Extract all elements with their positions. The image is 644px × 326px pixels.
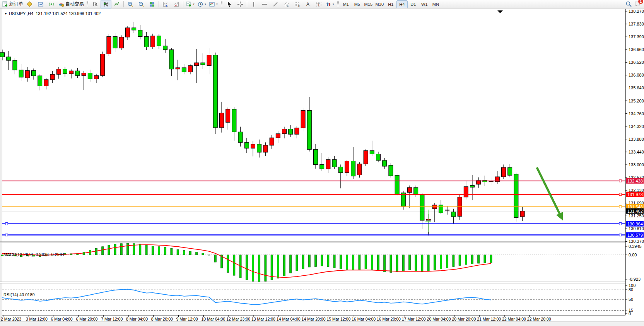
time-tick: 17 Mar 12:00 (402, 317, 426, 321)
price-tick: 133.440 (629, 150, 644, 154)
timeframe-w1-button[interactable]: W1 (419, 0, 430, 8)
search-icon (625, 1, 632, 7)
price-tick: 134.760 (629, 111, 644, 116)
label-icon: T (316, 1, 322, 7)
tile-windows-icon (149, 1, 155, 7)
auto-scroll-icon (162, 1, 169, 7)
new-chart-button[interactable]: ▼ (184, 0, 196, 9)
price-line-label: 130.964 (626, 221, 644, 227)
time-tick: 13 Mar 12:00 (251, 317, 275, 321)
line-chart-button[interactable] (111, 0, 122, 9)
svg-text:130.964: 130.964 (627, 222, 643, 226)
chat-button[interactable]: 1 (634, 1, 641, 7)
main-toolbar: 新订单自动交易▼▼▼EFAT▼M1M5M15M30H1H4D1W1MN1 (0, 0, 644, 9)
chart-shift-button[interactable] (171, 0, 182, 9)
data-signal-button[interactable] (46, 0, 57, 9)
text-icon: A (305, 1, 311, 7)
bar-chart-button[interactable] (90, 0, 101, 9)
toolbar-separator (183, 1, 183, 7)
new-order-button[interactable]: 新订单 (1, 0, 24, 9)
trendline-button[interactable] (270, 0, 281, 9)
chart-shift-icon (173, 1, 179, 7)
crosshair-icon (237, 1, 243, 7)
price-tick: 131.250 (629, 213, 644, 218)
price-line-label: 131.973 (626, 192, 644, 197)
arrows-button[interactable]: ▼ (324, 0, 336, 9)
candlestick-chart-button[interactable] (101, 0, 111, 9)
price-tick: 135.200 (629, 99, 644, 103)
fibonacci-button[interactable]: F (292, 0, 302, 9)
time-tick: 6 Mar 04:00 (51, 317, 73, 321)
market-watch-button[interactable] (24, 0, 35, 9)
timeframe-m30-button[interactable]: M30 (374, 0, 385, 8)
auto-scroll-button[interactable] (160, 0, 171, 9)
navigator-icon (38, 1, 44, 7)
time-tick: 9 Mar 12:00 (176, 317, 198, 321)
time-tick: 10 Mar 04:00 (201, 317, 225, 321)
svg-text:131.402: 131.402 (627, 209, 643, 213)
toolbar-grip (337, 1, 339, 7)
time-tick: 7 Mar 12:00 (101, 317, 123, 321)
auto-trading-label: 自动交易 (65, 1, 84, 7)
crosshair-button[interactable] (235, 0, 246, 9)
horizontal-line-button[interactable] (259, 0, 270, 9)
periods-button[interactable]: ▼ (196, 0, 208, 9)
chevron-down-icon[interactable]: ▼ (204, 3, 207, 5)
zoom-out-icon (138, 1, 144, 7)
zoom-out-button[interactable] (136, 0, 147, 9)
hline-icon (261, 1, 268, 7)
tile-windows-button[interactable] (147, 0, 157, 9)
new-order-icon (2, 1, 8, 7)
toolbar-separator (159, 1, 159, 7)
time-tick: 14 Mar 20:00 (302, 317, 326, 321)
template-icon (209, 1, 215, 7)
chevron-down-icon[interactable]: ▼ (216, 3, 218, 5)
shapes-icon (325, 1, 331, 7)
toolbar-separator (123, 1, 124, 7)
timeframe-m1-button[interactable]: M1 (340, 0, 352, 8)
equidistant-channel-button[interactable]: E (281, 0, 292, 9)
price-line-label: 132.438 (626, 178, 644, 184)
vertical-line-button[interactable] (248, 0, 259, 9)
chevron-down-icon[interactable]: ▼ (332, 3, 335, 5)
price-tick: 134.320 (629, 124, 644, 129)
time-tick: 14 Mar 04:00 (277, 317, 301, 321)
market-watch-icon (27, 1, 33, 7)
timeframe-m15-button[interactable]: M15 (363, 0, 374, 8)
text-label-button[interactable]: T (313, 0, 324, 9)
zoom-in-icon (127, 1, 133, 7)
svg-text:131.973: 131.973 (627, 192, 643, 197)
text-button[interactable]: A (302, 0, 313, 9)
svg-text:130.579: 130.579 (627, 233, 643, 237)
time-tick: 16 Mar 20:00 (377, 317, 401, 321)
timeframe-mn-button[interactable]: MN (430, 0, 441, 8)
time-tick: 12 Mar 23:00 (226, 317, 250, 321)
time-tick: 16 Mar 04:00 (352, 317, 376, 321)
rsi-axis-label: 80 (629, 287, 633, 292)
chevron-down-icon[interactable]: ▼ (193, 3, 195, 5)
autotrade-icon (58, 1, 64, 7)
timeframe-h4-button[interactable]: H4 (396, 0, 408, 8)
chevron-down-icon[interactable]: ▼ (4, 12, 7, 15)
bar-chart-icon (92, 1, 98, 7)
price-tick: 136.960 (629, 47, 644, 52)
zoom-in-button[interactable] (125, 0, 136, 9)
clock-icon (197, 1, 203, 7)
time-tick: 8 Mar 20:00 (151, 317, 173, 321)
auto-trading-button[interactable]: 自动交易 (57, 0, 85, 9)
price-tick: 137.830 (629, 22, 644, 26)
signal-icon (48, 1, 55, 7)
timeframe-h1-button[interactable]: H1 (385, 0, 396, 8)
timeframe-d1-button[interactable]: D1 (408, 0, 419, 8)
search-button[interactable] (625, 1, 632, 7)
price-tick: 133.000 (629, 162, 644, 167)
price-tick: 137.390 (629, 34, 644, 39)
cursor-button[interactable] (224, 0, 235, 9)
chart-canvas[interactable]: 138.270137.830137.390136.960136.520136.0… (0, 9, 644, 326)
timeframe-m5-button[interactable]: M5 (352, 0, 363, 8)
navigator-button[interactable] (35, 0, 46, 9)
templates-button[interactable]: ▼ (208, 0, 219, 9)
time-tick: 15 Mar 12:00 (326, 317, 350, 321)
macd-axis-label: -0.923 (629, 277, 641, 282)
channel-icon: E (283, 1, 289, 7)
